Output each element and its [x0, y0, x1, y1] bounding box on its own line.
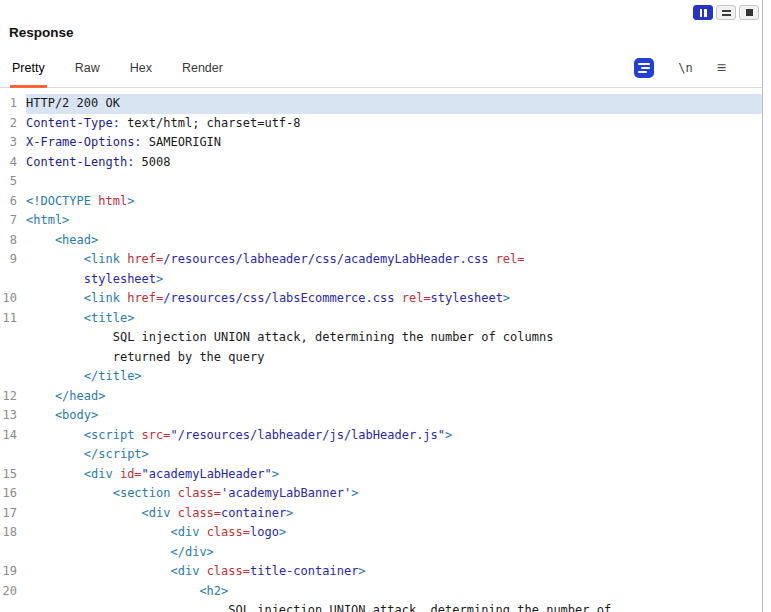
panel-divider[interactable]	[762, 0, 763, 612]
line-number: 4	[0, 153, 26, 173]
code-text: X-Frame-Options: SAMEORIGIN	[26, 133, 762, 153]
code-editor[interactable]: 1HTTP/2 200 OK2Content-Type: text/html; …	[0, 89, 762, 612]
editor-menu-button[interactable]: ≡	[717, 60, 726, 76]
code-line[interactable]: 16 <section class='academyLabBanner'>	[0, 484, 762, 504]
panel-title: Response	[9, 25, 74, 40]
code-text: HTTP/2 200 OK	[26, 94, 762, 114]
code-line[interactable]: SQL injection UNION attack, determining …	[0, 601, 762, 612]
code-text: <html>	[26, 211, 762, 231]
code-text: <body>	[26, 406, 762, 426]
line-number: 2	[0, 114, 26, 134]
layout-split-button[interactable]	[716, 5, 736, 20]
code-text: </head>	[26, 387, 762, 407]
code-line[interactable]: 5	[0, 172, 762, 192]
code-line[interactable]: 11 <title>	[0, 309, 762, 329]
window-controls	[693, 5, 759, 20]
line-number: 15	[0, 465, 26, 485]
code-line[interactable]: 18 <div class=logo>	[0, 523, 762, 543]
line-number: 7	[0, 211, 26, 231]
response-view-tabs: PrettyRawHexRender	[10, 61, 251, 88]
line-number	[0, 270, 26, 290]
code-line[interactable]: 7<html>	[0, 211, 762, 231]
code-line[interactable]: 20 <h2>	[0, 582, 762, 602]
code-line[interactable]: 6<!DOCTYPE html>	[0, 192, 762, 212]
code-line[interactable]: 19 <div class=title-container>	[0, 562, 762, 582]
prettify-icon	[637, 61, 651, 75]
code-text: <!DOCTYPE html>	[26, 192, 762, 212]
line-number	[0, 328, 26, 348]
code-text: SQL injection UNION attack, determining …	[26, 601, 762, 612]
code-line[interactable]: 1HTTP/2 200 OK	[0, 94, 762, 114]
line-number: 3	[0, 133, 26, 153]
code-text: <link href=/resources/css/labsEcommerce.…	[26, 289, 762, 309]
code-text: SQL injection UNION attack, determining …	[26, 328, 762, 348]
line-number	[0, 601, 26, 612]
code-line[interactable]: 3X-Frame-Options: SAMEORIGIN	[0, 133, 762, 153]
code-line[interactable]: 10 <link href=/resources/css/labsEcommer…	[0, 289, 762, 309]
prettify-button[interactable]	[634, 58, 654, 78]
code-text: <h2>	[26, 582, 762, 602]
line-number: 12	[0, 387, 26, 407]
code-text: </div>	[26, 543, 762, 563]
code-text: <section class='academyLabBanner'>	[26, 484, 762, 504]
line-number: 5	[0, 172, 26, 192]
line-number: 11	[0, 309, 26, 329]
response-panel: Response PrettyRawHexRender \n ≡ 1HTTP/2…	[0, 0, 771, 612]
code-line[interactable]: SQL injection UNION attack, determining …	[0, 328, 762, 348]
code-text: </script>	[26, 445, 762, 465]
code-text: <script src="/resources/labheader/js/lab…	[26, 426, 762, 446]
code-line[interactable]: 13 <body>	[0, 406, 762, 426]
code-text: <title>	[26, 309, 762, 329]
line-number: 13	[0, 406, 26, 426]
code-line[interactable]: </div>	[0, 543, 762, 563]
code-text: <div id="academyLabHeader">	[26, 465, 762, 485]
code-line[interactable]: returned by the query	[0, 348, 762, 368]
line-number: 19	[0, 562, 26, 582]
line-number: 16	[0, 484, 26, 504]
tab-raw[interactable]: Raw	[73, 61, 102, 88]
line-number	[0, 348, 26, 368]
tab-render[interactable]: Render	[180, 61, 225, 88]
code-line[interactable]: stylesheet>	[0, 270, 762, 290]
code-text: Content-Length: 5008	[26, 153, 762, 173]
line-number: 10	[0, 289, 26, 309]
code-text: <head>	[26, 231, 762, 251]
editor-toolbar: \n ≡	[634, 58, 726, 78]
maximize-icon	[746, 9, 753, 16]
code-line[interactable]: 15 <div id="academyLabHeader">	[0, 465, 762, 485]
code-text: <div class=logo>	[26, 523, 762, 543]
line-number: 18	[0, 523, 26, 543]
code-text: </title>	[26, 367, 762, 387]
response-header: Response PrettyRawHexRender \n ≡	[0, 0, 762, 88]
line-number: 17	[0, 504, 26, 524]
line-number: 1	[0, 94, 26, 114]
line-number	[0, 445, 26, 465]
line-number: 8	[0, 231, 26, 251]
code-line[interactable]: 12 </head>	[0, 387, 762, 407]
code-line[interactable]: 14 <script src="/resources/labheader/js/…	[0, 426, 762, 446]
code-line[interactable]: 17 <div class=container>	[0, 504, 762, 524]
code-text: <div class=title-container>	[26, 562, 762, 582]
code-text	[26, 172, 762, 192]
line-number: 20	[0, 582, 26, 602]
line-number: 6	[0, 192, 26, 212]
line-number: 9	[0, 250, 26, 270]
code-text: returned by the query	[26, 348, 762, 368]
line-number	[0, 367, 26, 387]
code-text: stylesheet>	[26, 270, 762, 290]
tab-hex[interactable]: Hex	[128, 61, 154, 88]
maximize-button[interactable]	[739, 5, 759, 20]
code-text: <div class=container>	[26, 504, 762, 524]
code-line[interactable]: 2Content-Type: text/html; charset=utf-8	[0, 114, 762, 134]
code-text: Content-Type: text/html; charset=utf-8	[26, 114, 762, 134]
code-line[interactable]: 8 <head>	[0, 231, 762, 251]
code-line[interactable]: 9 <link href=/resources/labheader/css/ac…	[0, 250, 762, 270]
code-line[interactable]: </script>	[0, 445, 762, 465]
pause-button[interactable]	[693, 5, 713, 20]
code-line[interactable]: 4Content-Length: 5008	[0, 153, 762, 173]
code-line[interactable]: </title>	[0, 367, 762, 387]
tab-pretty[interactable]: Pretty	[10, 61, 47, 88]
pause-icon	[700, 9, 707, 17]
code-text: <link href=/resources/labheader/css/acad…	[26, 250, 762, 270]
show-newlines-button[interactable]: \n	[678, 61, 692, 75]
